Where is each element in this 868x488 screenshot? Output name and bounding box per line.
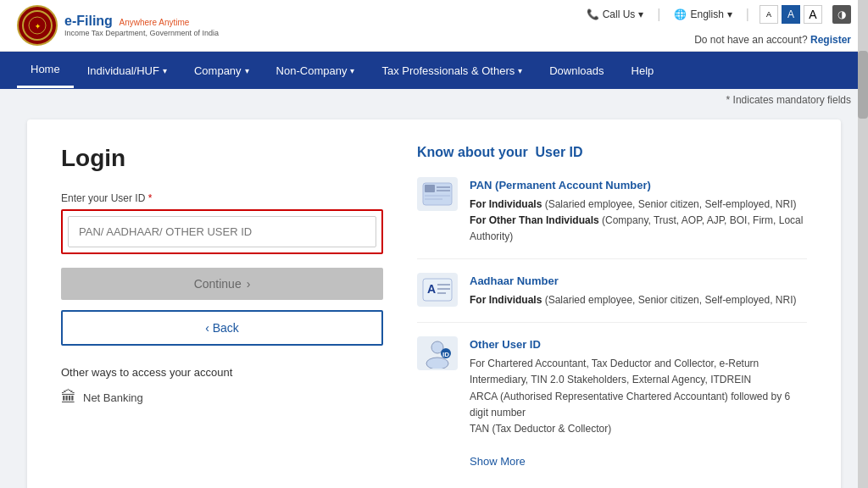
svg-text:✦: ✦ <box>35 23 41 30</box>
language-button[interactable]: 🌐 English ▾ <box>670 7 735 22</box>
login-title: Login <box>61 145 383 172</box>
nav-item-tax-professionals[interactable]: Tax Professionals & Others ▾ <box>368 54 536 87</box>
top-bar: ✦ e-Filing Anywhere Anytime Income Tax D… <box>0 0 868 52</box>
scrollbar-thumb[interactable] <box>858 51 868 119</box>
font-medium-button[interactable]: A <box>782 5 800 24</box>
individual-huf-caret: ▾ <box>163 66 167 75</box>
font-controls: A A A <box>760 5 822 24</box>
aadhaar-item: A Aadhaar Number For Individuals (Salari… <box>417 273 807 323</box>
know-title: Know about your User ID <box>417 145 807 160</box>
nav-item-company[interactable]: Company ▾ <box>181 54 263 87</box>
tax-professionals-caret: ▾ <box>518 66 522 75</box>
pan-info: PAN (Permanent Account Number) For Indiv… <box>470 177 807 245</box>
top-bar-right: 📞 Call Us ▾ | 🌐 English ▾ | A A A ◑ Do n… <box>583 5 851 46</box>
font-small-button[interactable]: A <box>760 5 778 24</box>
aadhaar-icon: A <box>417 273 458 307</box>
back-button[interactable]: ‹ Back <box>61 310 383 346</box>
font-large-button[interactable]: A <box>804 5 822 24</box>
continue-button[interactable]: Continue › <box>61 268 383 300</box>
net-banking-option[interactable]: 🏛 Net Banking <box>61 389 383 407</box>
mandatory-note: * Indicates mandatory fields <box>0 89 868 111</box>
bank-icon: 🏛 <box>61 389 76 407</box>
pan-icon <box>417 177 458 211</box>
nav-item-individual-huf[interactable]: Individual/HUF ▾ <box>74 54 181 87</box>
login-card: Login Enter your User ID * Continue › ‹ … <box>27 119 841 488</box>
nav-item-downloads[interactable]: Downloads <box>536 54 617 87</box>
aadhaar-info: Aadhaar Number For Individuals (Salaried… <box>470 273 796 308</box>
nav-item-home[interactable]: Home <box>17 53 74 88</box>
other-user-id-item: ID Other User ID For Chartered Accountan… <box>417 336 807 485</box>
separator2: | <box>746 7 749 22</box>
logo-title: e-Filing Anywhere Anytime <box>64 14 219 29</box>
contrast-icon: ◑ <box>837 8 846 20</box>
logo-dept: Income Tax Department, Government of Ind… <box>64 29 219 37</box>
user-id-highlight: User ID <box>536 145 583 159</box>
separator: | <box>657 7 660 22</box>
company-caret: ▾ <box>245 66 249 75</box>
user-id-input-wrapper <box>61 209 383 254</box>
logo-emblem: ✦ <box>17 5 58 46</box>
contrast-button[interactable]: ◑ <box>832 5 851 24</box>
svg-text:ID: ID <box>442 351 449 358</box>
logo-area: ✦ e-Filing Anywhere Anytime Income Tax D… <box>17 5 219 46</box>
nav-item-help[interactable]: Help <box>618 54 668 87</box>
utility-row: 📞 Call Us ▾ | 🌐 English ▾ | A A A ◑ <box>583 5 851 24</box>
nav-bar: Home Individual/HUF ▾ Company ▾ Non-Comp… <box>0 52 868 89</box>
svg-point-15 <box>426 358 448 369</box>
required-marker: * <box>148 192 153 204</box>
globe-icon: 🌐 <box>674 8 687 20</box>
svg-rect-4 <box>425 185 435 192</box>
register-row: Do not have an account? Register <box>694 34 851 46</box>
other-user-id-info: Other User ID For Chartered Accountant, … <box>470 336 807 471</box>
call-us-button[interactable]: 📞 Call Us ▾ <box>583 7 648 22</box>
user-id-label: Enter your User ID * <box>61 192 383 204</box>
call-us-caret: ▾ <box>638 8 643 20</box>
left-panel: Login Enter your User ID * Continue › ‹ … <box>61 145 383 488</box>
other-user-id-icon: ID <box>417 336 458 370</box>
user-id-input[interactable] <box>68 216 376 247</box>
logo-text: e-Filing Anywhere Anytime Income Tax Dep… <box>64 14 219 37</box>
show-more-link[interactable]: Show More <box>470 455 526 468</box>
main-content: Login Enter your User ID * Continue › ‹ … <box>0 111 868 488</box>
pan-item: PAN (Permanent Account Number) For Indiv… <box>417 177 807 259</box>
non-company-caret: ▾ <box>350 66 354 75</box>
right-panel: Know about your User ID PAN (Per <box>417 145 807 488</box>
scrollbar[interactable] <box>858 0 868 488</box>
nav-item-non-company[interactable]: Non-Company ▾ <box>263 54 369 87</box>
language-caret: ▾ <box>727 8 732 20</box>
svg-text:A: A <box>427 282 436 296</box>
other-ways-title: Other ways to access your account <box>61 366 383 379</box>
register-link[interactable]: Register <box>810 34 851 46</box>
phone-icon: 📞 <box>587 8 599 20</box>
